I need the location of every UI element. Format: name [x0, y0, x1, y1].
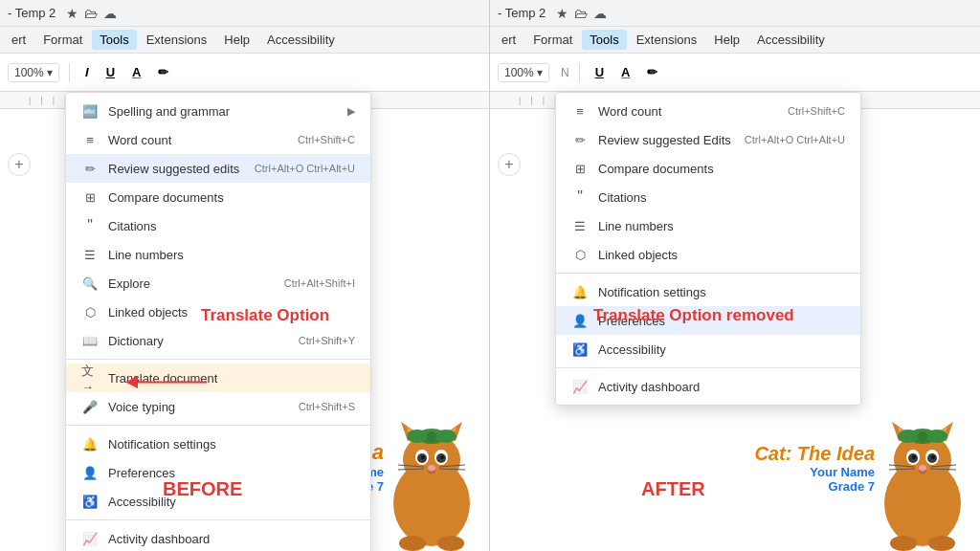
svg-point-21	[427, 431, 436, 441]
right-menu-review-edits[interactable]: ✏ Review suggested Edits Ctrl+Alt+O Ctrl…	[556, 125, 860, 154]
left-menu-bar: ert Format Tools Extensions Help Accessi…	[0, 27, 489, 54]
svg-point-46	[890, 536, 917, 551]
right-cloud-icon[interactable]: ☁	[593, 6, 607, 21]
right-notification-icon: 🔔	[571, 283, 589, 300]
folder-icon[interactable]: 🗁	[84, 6, 98, 21]
right-wordcount-icon: ≡	[571, 102, 589, 120]
divider-1	[66, 359, 370, 360]
left-cat-svg	[374, 388, 489, 551]
review-icon: ✏	[81, 160, 99, 177]
right-panel: - Temp 2 ★ 🗁 ☁ ert Format Tools Extensio…	[490, 0, 980, 551]
right-menu-accessibility[interactable]: Accessibility	[749, 30, 833, 50]
right-zoom[interactable]: 100% ▾	[498, 63, 549, 82]
svg-point-45	[918, 431, 927, 441]
menu-item-extensions[interactable]: Extensions	[139, 30, 215, 50]
left-title: - Temp 2	[8, 6, 56, 20]
main-container: - Temp 2 ★ 🗁 ☁ ert Format Tools Extensio…	[0, 0, 980, 551]
activity-label: Activity dashboard	[108, 532, 355, 546]
right-compare-icon: ⊞	[571, 160, 589, 177]
right-menu-word-count[interactable]: ≡ Word count Ctrl+Shift+C	[556, 97, 860, 125]
right-doc-name: Your Name	[754, 465, 875, 479]
linenumbers-label: Line numbers	[108, 248, 355, 262]
dictionary-icon: 📖	[81, 332, 99, 349]
divider-3	[66, 519, 370, 520]
right-menu-citations[interactable]: " Citations	[556, 183, 860, 211]
wordcount-icon: ≡	[81, 131, 99, 148]
right-menu-compare[interactable]: ⊞ Compare documents	[556, 154, 860, 183]
svg-point-23	[437, 536, 464, 551]
compare-label: Compare documents	[108, 190, 355, 205]
right-menu-format[interactable]: Format	[525, 30, 580, 50]
menu-citations[interactable]: " Citations	[66, 211, 370, 240]
right-menu-extensions[interactable]: Extensions	[629, 30, 705, 50]
right-review-shortcut: Ctrl+Alt+O Ctrl+Alt+U	[745, 134, 845, 145]
star-icon[interactable]: ★	[66, 6, 78, 21]
right-underline-btn[interactable]: U	[590, 62, 610, 82]
right-divider	[579, 63, 580, 82]
menu-review-edits[interactable]: ✏ Review suggested edits Ctrl+Alt+O Ctrl…	[66, 154, 370, 183]
left-title-bar: - Temp 2 ★ 🗁 ☁	[0, 0, 489, 27]
right-add-btn[interactable]: +	[498, 153, 521, 176]
right-cat-svg	[865, 388, 980, 551]
menu-word-count[interactable]: ≡ Word count Ctrl+Shift+C	[66, 125, 370, 154]
right-activity-icon: 📈	[571, 378, 589, 395]
menu-notifications[interactable]: 🔔 Notification settings	[66, 430, 370, 458]
underline-btn[interactable]: U	[100, 62, 121, 82]
right-pen-btn[interactable]: ✏	[641, 62, 663, 82]
right-color-btn[interactable]: A	[615, 62, 635, 82]
menu-item-tools[interactable]: Tools	[92, 30, 136, 50]
review-label: Review suggested edits	[108, 162, 243, 176]
left-panel: - Temp 2 ★ 🗁 ☁ ert Format Tools Extensio…	[0, 0, 490, 551]
svg-point-11	[421, 455, 425, 459]
menu-item-help[interactable]: Help	[216, 30, 257, 50]
right-folder-icon[interactable]: 🗁	[574, 6, 588, 21]
right-menu-accessibility[interactable]: ♿ Accessibility	[556, 335, 860, 364]
svg-point-20	[435, 430, 457, 443]
right-toolbar-n: N	[555, 66, 569, 79]
right-menu-linked[interactable]: ⬡ Linked objects	[556, 240, 860, 269]
menu-line-numbers[interactable]: ☰ Line numbers	[66, 240, 370, 269]
menu-compare[interactable]: ⊞ Compare documents	[66, 183, 370, 211]
menu-item-accessibility[interactable]: Accessibility	[259, 30, 343, 50]
left-annotation-label: Translate Option	[201, 306, 329, 325]
linenumbers-icon: ☰	[81, 246, 99, 263]
notification-icon: 🔔	[81, 435, 99, 452]
right-menu-tools[interactable]: Tools	[582, 30, 626, 50]
left-toolbar: 100% ▾ I U A ✏	[0, 54, 489, 92]
right-divider-1	[556, 273, 860, 274]
menu-voice-typing[interactable]: 🎤 Voice typing Ctrl+Shift+S	[66, 392, 370, 421]
menu-item-ert[interactable]: ert	[4, 30, 33, 50]
menu-explore[interactable]: 🔍 Explore Ctrl+Alt+Shift+I	[66, 269, 370, 298]
explore-label: Explore	[108, 276, 273, 291]
right-menu-bar: ert Format Tools Extensions Help Accessi…	[490, 27, 980, 54]
color-btn[interactable]: A	[126, 62, 146, 82]
menu-item-format[interactable]: Format	[35, 30, 90, 50]
menu-dictionary[interactable]: 📖 Dictionary Ctrl+Shift+Y	[66, 326, 370, 355]
activity-icon: 📈	[81, 530, 99, 547]
italic-btn[interactable]: I	[79, 62, 95, 82]
menu-translate[interactable]: 文→ Translate document	[66, 364, 370, 392]
right-menu-line-numbers[interactable]: ☰ Line numbers	[556, 211, 860, 240]
right-review-icon: ✏	[571, 131, 589, 148]
dictionary-shortcut: Ctrl+Shift+Y	[299, 335, 355, 346]
linked-icon: ⬡	[81, 303, 99, 320]
left-add-btn[interactable]: +	[8, 153, 31, 176]
pen-btn[interactable]: ✏	[152, 62, 174, 82]
right-menu-help[interactable]: Help	[706, 30, 747, 50]
translate-label: Translate document	[108, 371, 355, 386]
right-menu-ert[interactable]: ert	[494, 30, 523, 50]
wordcount-label: Word count	[108, 133, 286, 147]
zoom-control[interactable]: 100% ▾	[8, 63, 59, 82]
right-toolbar: 100% ▾ N U A ✏	[490, 54, 980, 92]
right-star-icon[interactable]: ★	[556, 6, 568, 21]
right-dropdown-menu: ≡ Word count Ctrl+Shift+C ✏ Review sugge…	[555, 92, 861, 406]
voice-icon: 🎤	[81, 398, 99, 415]
right-linked-icon: ⬡	[571, 246, 589, 263]
notification-label: Notification settings	[108, 437, 355, 452]
right-menu-activity[interactable]: 📈 Activity dashboard	[556, 372, 860, 401]
menu-activity-left[interactable]: 📈 Activity dashboard	[66, 524, 370, 551]
right-title-bar: - Temp 2 ★ 🗁 ☁	[490, 0, 980, 27]
right-menu-notifications[interactable]: 🔔 Notification settings	[556, 277, 860, 306]
cloud-icon[interactable]: ☁	[103, 6, 117, 21]
menu-spelling-grammar[interactable]: 🔤 Spelling and grammar ▶	[66, 97, 370, 125]
